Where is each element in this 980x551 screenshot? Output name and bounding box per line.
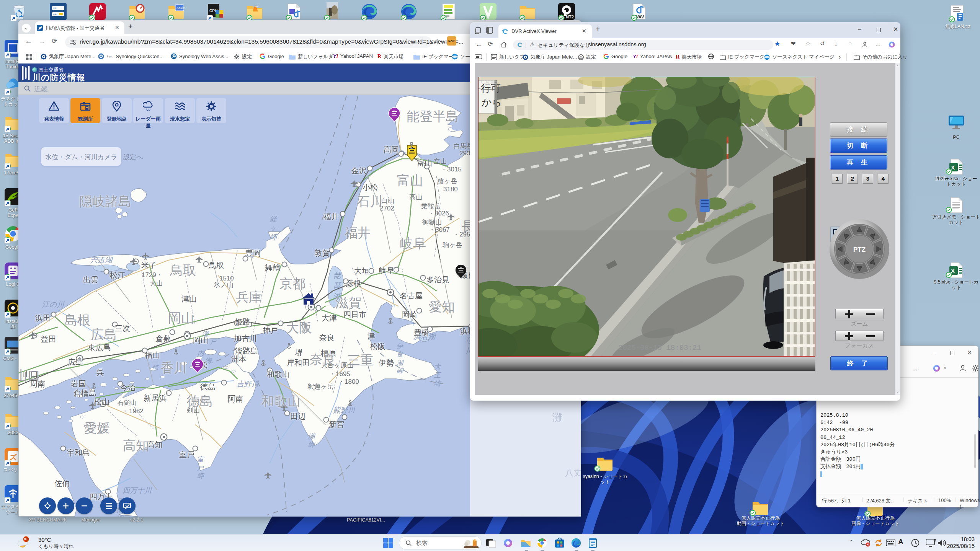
svg-text:佐伯: 佐伯: [54, 479, 70, 487]
svg-text:大津: 大津: [322, 314, 337, 322]
svg-text:室: 室: [197, 456, 204, 463]
svg-text:王: 王: [434, 372, 441, 379]
svg-text:愛媛: 愛媛: [84, 421, 110, 435]
svg-text:岬: 岬: [116, 515, 124, 517]
svg-text:岩国: 岩国: [71, 380, 86, 388]
svg-text:岐阜: 岐阜: [379, 266, 394, 274]
svg-text:三次: 三次: [115, 324, 130, 333]
svg-text:良: 良: [397, 351, 403, 358]
svg-text:鳥取: 鳥取: [208, 261, 224, 269]
svg-text:鳥取: 鳥取: [170, 263, 196, 277]
svg-text:白山: 白山: [381, 197, 394, 204]
svg-text:・3026: ・3026: [428, 210, 449, 217]
svg-text:広島: 広島: [91, 327, 117, 342]
svg-text:三重: 三重: [347, 353, 373, 367]
svg-text:洲本: 洲本: [231, 355, 247, 363]
svg-text:崎: 崎: [152, 364, 159, 371]
svg-text:岡山: 岡山: [193, 336, 208, 344]
svg-text:益田: 益田: [41, 335, 56, 343]
svg-text:吉野川: 吉野川: [237, 380, 259, 388]
svg-text:湖: 湖: [397, 359, 404, 367]
svg-text:江の川: 江の川: [42, 300, 65, 308]
svg-text:富山: 富山: [397, 173, 423, 187]
svg-text:倉敷: 倉敷: [155, 334, 171, 343]
svg-text:倉橋島: 倉橋島: [74, 389, 96, 397]
svg-text:伊勢: 伊勢: [379, 359, 394, 367]
svg-text:和歌山: 和歌山: [267, 370, 290, 378]
svg-text:9+: 9+: [24, 537, 28, 541]
svg-text:加古川: 加古川: [234, 334, 257, 342]
svg-text:広島: 広島: [68, 358, 83, 366]
svg-text:八丈: 八丈: [565, 468, 581, 478]
svg-text:石川: 石川: [357, 194, 383, 209]
svg-text:福井: 福井: [345, 225, 371, 240]
svg-text:豊岡: 豊岡: [245, 249, 261, 258]
svg-text:小松: 小松: [363, 183, 378, 191]
svg-text:呉: 呉: [96, 368, 104, 377]
svg-text:四万十川: 四万十川: [122, 486, 152, 494]
svg-text:・1982: ・1982: [122, 408, 144, 415]
svg-text:宍道湖: 宍道湖: [90, 256, 113, 264]
svg-text:金沢: 金沢: [351, 166, 367, 175]
svg-text:浜田: 浜田: [35, 314, 51, 322]
svg-text:氷ノ山: 氷ノ山: [214, 281, 233, 289]
svg-text:和歌山: 和歌山: [261, 394, 301, 408]
svg-text:大: 大: [434, 363, 441, 370]
svg-text:隠岐諸島: 隠岐諸島: [79, 194, 131, 209]
svg-text:釈迦ヶ岳: 釈迦ヶ岳: [307, 383, 333, 390]
svg-text:名古屋: 名古屋: [400, 292, 423, 300]
svg-text:2025-08-15 18:03:21: 2025-08-15 18:03:21: [618, 344, 701, 352]
svg-text:岡崎: 岡崎: [402, 310, 417, 319]
svg-text:高岡: 高岡: [384, 145, 399, 154]
svg-text:津: 津: [368, 332, 375, 340]
svg-text:・3067: ・3067: [429, 226, 450, 233]
svg-text:松阪: 松阪: [370, 342, 385, 350]
svg-text:松江: 松江: [110, 271, 125, 279]
svg-text:・3015: ・3015: [441, 166, 462, 173]
svg-text:大垣: 大垣: [354, 267, 369, 275]
svg-text:経: 経: [270, 215, 277, 223]
svg-text:崎: 崎: [434, 380, 441, 387]
svg-text:津山: 津山: [181, 295, 197, 303]
svg-text:御嶽山: 御嶽山: [422, 218, 442, 226]
svg-text:彦根: 彦根: [346, 279, 361, 288]
svg-text:大山: 大山: [150, 280, 163, 287]
svg-text:愛知: 愛知: [429, 299, 455, 314]
svg-text:徳島: 徳島: [186, 394, 213, 408]
svg-text:淡路島: 淡路島: [235, 347, 258, 355]
svg-text:大阪: 大阪: [286, 320, 312, 335]
svg-text:室戸: 室戸: [179, 450, 194, 459]
svg-text:灘: 灘: [552, 412, 562, 423]
svg-text:立山: 立山: [434, 158, 447, 165]
svg-text:岬: 岬: [270, 233, 278, 241]
svg-text:今治: 今治: [120, 383, 136, 392]
svg-text:島根: 島根: [64, 313, 90, 327]
svg-text:ヶ: ヶ: [270, 224, 277, 232]
svg-text:田辺: 田辺: [290, 412, 305, 421]
svg-text:豊橋: 豊橋: [414, 328, 429, 337]
svg-text:岸和田: 岸和田: [287, 359, 310, 367]
svg-text:四日市: 四日市: [343, 310, 366, 319]
svg-text:岬: 岬: [197, 473, 204, 480]
svg-text:神戸: 神戸: [263, 326, 278, 334]
svg-text:高知: 高知: [123, 438, 149, 453]
svg-text:富山: 富山: [417, 159, 432, 167]
svg-text:Ackie: Ackie: [176, 6, 185, 10]
svg-text:香川: 香川: [161, 360, 187, 375]
svg-text:NT2: NT2: [566, 15, 574, 19]
svg-text:琶: 琶: [333, 282, 342, 290]
svg-text:岬: 岬: [397, 368, 404, 375]
svg-text:1729・: 1729・: [142, 271, 163, 279]
svg-text:堺: 堺: [294, 348, 302, 357]
svg-text:CAM5: CAM5: [481, 79, 498, 85]
svg-text:舞鶴: 舞鶴: [265, 263, 280, 272]
svg-text:福井: 福井: [323, 212, 339, 221]
svg-text:PTZ: PTZ: [853, 246, 866, 253]
svg-text:多治見: 多治見: [426, 276, 449, 284]
svg-text:・1800: ・1800: [338, 378, 359, 385]
svg-text:奈良: 奈良: [319, 333, 335, 342]
svg-text:新居浜: 新居浜: [144, 394, 167, 402]
svg-text:熊野川: 熊野川: [333, 406, 356, 414]
svg-text:姫路: 姫路: [235, 318, 250, 326]
svg-text:3180: 3180: [443, 186, 458, 193]
